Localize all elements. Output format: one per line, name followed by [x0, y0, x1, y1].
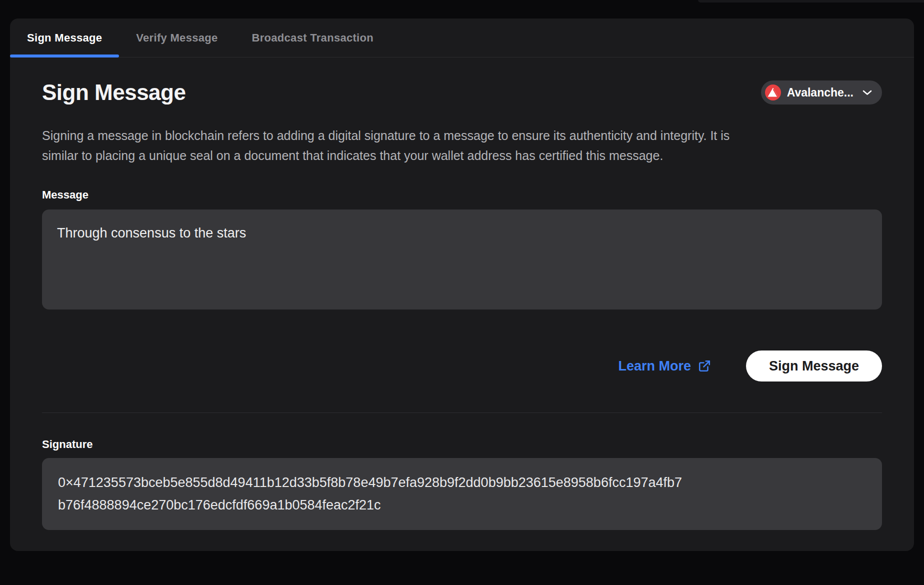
tab-sign-message[interactable]: Sign Message	[10, 18, 119, 57]
signature-line-1: 0×471235573bceb5e855d8d49411b12d33b5f8b7…	[58, 472, 866, 494]
description-text: Signing a message in blockchain refers t…	[42, 126, 882, 166]
external-link-icon	[698, 360, 711, 372]
page-title: Sign Message	[42, 80, 186, 106]
actions-row: Learn More Sign Message	[42, 350, 882, 382]
tab-verify-message[interactable]: Verify Message	[119, 18, 234, 57]
message-input[interactable]: Through consensus to the stars	[42, 210, 882, 310]
partial-toolbar-edge	[698, 0, 924, 2]
chevron-down-icon	[862, 90, 872, 96]
tab-bar: Sign Message Verify Message Broadcast Tr…	[10, 18, 914, 58]
signature-line-2: b76f4888894ce270bc176edcfdf669a1b0584fea…	[58, 494, 866, 516]
tab-broadcast-transaction[interactable]: Broadcast Transaction	[235, 18, 391, 57]
network-selector-label: Avalanche...	[787, 86, 854, 100]
tab-content: Sign Message Avalanche... Si	[10, 58, 914, 530]
header-row: Sign Message Avalanche...	[42, 80, 882, 106]
message-label: Message	[42, 188, 882, 202]
learn-more-label: Learn More	[618, 358, 691, 374]
sign-message-button[interactable]: Sign Message	[746, 350, 882, 382]
signature-output[interactable]: 0×471235573bceb5e855d8d49411b12d33b5f8b7…	[42, 458, 882, 530]
section-divider	[42, 412, 882, 413]
signature-label: Signature	[42, 438, 882, 451]
description-line-2: similar to placing a unique seal on a do…	[42, 146, 882, 166]
description-line-1: Signing a message in blockchain refers t…	[42, 126, 882, 146]
sign-message-card: Sign Message Verify Message Broadcast Tr…	[10, 18, 914, 551]
avalanche-logo-icon	[765, 84, 781, 100]
learn-more-link[interactable]: Learn More	[618, 358, 711, 374]
network-selector-dropdown[interactable]: Avalanche...	[761, 80, 882, 104]
